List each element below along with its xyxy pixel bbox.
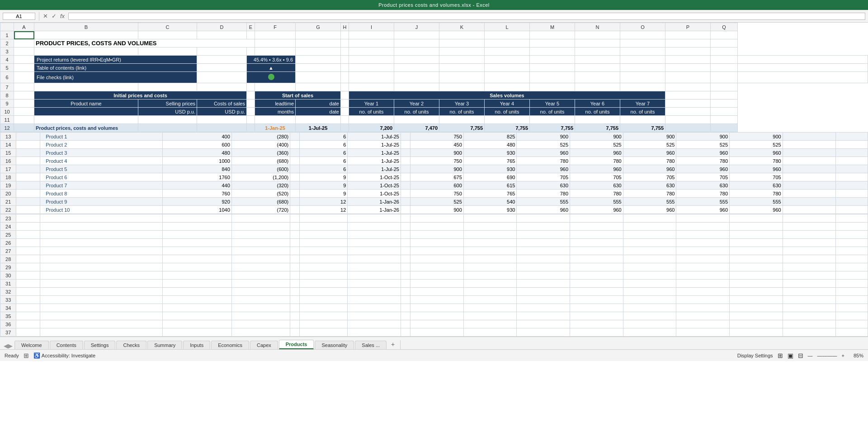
cell-i1[interactable] — [349, 31, 394, 39]
y4-14[interactable]: 525 — [570, 141, 623, 149]
col-header-o[interactable]: O — [620, 23, 665, 31]
date-14[interactable]: 1-Jul-25 — [348, 141, 401, 149]
cost-19[interactable]: (320) — [231, 181, 290, 190]
col-header-d[interactable]: D — [197, 23, 247, 31]
y6-21[interactable]: 555 — [676, 198, 730, 206]
tab-nav-left[interactable]: ◀ — [4, 342, 8, 349]
leadtime-18[interactable]: 9 — [300, 173, 348, 181]
y6-22[interactable]: 960 — [676, 206, 730, 214]
col-header-p[interactable]: P — [665, 23, 711, 31]
y2-17[interactable]: 930 — [463, 165, 517, 173]
zoom-slider[interactable]: ———— — [817, 353, 837, 358]
y5-17[interactable]: 960 — [623, 165, 676, 173]
sheet-tab-checks[interactable]: Checks — [116, 341, 146, 349]
cell-g2[interactable] — [296, 39, 341, 48]
summary-y7[interactable]: 7,755 — [620, 124, 665, 132]
spreadsheet-scroll-area[interactable]: A B C D E F G H I J K L M N O P Q — [0, 23, 868, 337]
y3-20[interactable]: 780 — [517, 190, 570, 198]
toc-arrow[interactable]: ▲ — [247, 64, 296, 72]
y7-21[interactable]: 555 — [730, 198, 783, 206]
sell-price-22[interactable]: 1040 — [162, 206, 231, 214]
cell-p2[interactable] — [665, 39, 711, 48]
cost-16[interactable]: (680) — [231, 157, 290, 165]
cell-i2[interactable] — [349, 39, 394, 48]
cell-f1[interactable] — [255, 31, 296, 39]
y4-17[interactable]: 960 — [570, 165, 623, 173]
y6-18[interactable]: 705 — [676, 173, 730, 181]
y3-21[interactable]: 555 — [517, 198, 570, 206]
cost-15[interactable]: (360) — [231, 149, 290, 157]
project-returns-label[interactable]: Project returns (levered IRR•EqM•GR) — [34, 56, 197, 64]
y7-13[interactable]: 900 — [730, 133, 783, 141]
y4-13[interactable]: 900 — [570, 133, 623, 141]
cost-21[interactable]: (680) — [231, 198, 290, 206]
col-header-g[interactable]: G — [296, 23, 341, 31]
y5-21[interactable]: 555 — [623, 198, 676, 206]
y7-22[interactable]: 960 — [730, 206, 783, 214]
cell-b2 title-cell bold-title bold[interactable]: PRODUCT PRICES, COSTS AND VOLUMES — [34, 39, 255, 48]
page-layout-icon[interactable]: ▣ — [788, 352, 793, 359]
zoom-out-button[interactable]: — — [808, 353, 813, 358]
cell-n2[interactable] — [575, 39, 620, 48]
cell-o1[interactable] — [620, 31, 665, 39]
col-header-m[interactable]: M — [530, 23, 575, 31]
summary-y6[interactable]: 7,755 — [575, 124, 620, 132]
y1-13[interactable]: 750 — [410, 133, 464, 141]
y2-14[interactable]: 480 — [463, 141, 517, 149]
y2-20[interactable]: 765 — [463, 190, 517, 198]
y4-19[interactable]: 630 — [570, 181, 623, 190]
product-name-17[interactable]: Product 5 — [40, 165, 163, 173]
y4-16[interactable]: 780 — [570, 157, 623, 165]
y2-15[interactable]: 930 — [463, 149, 517, 157]
cell-j1[interactable] — [394, 31, 439, 39]
sell-price-18[interactable]: 1760 — [162, 173, 231, 181]
y2-22[interactable]: 930 — [463, 206, 517, 214]
cell-q2[interactable] — [711, 39, 738, 48]
y6-17[interactable]: 960 — [676, 165, 730, 173]
cell-l1[interactable] — [485, 31, 530, 39]
col-header-f[interactable]: F — [255, 23, 296, 31]
y7-15[interactable]: 960 — [730, 149, 783, 157]
date-13[interactable]: 1-Jul-25 — [348, 133, 401, 141]
cell-k1[interactable] — [439, 31, 485, 39]
normal-view-icon[interactable]: ⊞ — [778, 352, 783, 359]
y5-19[interactable]: 630 — [623, 181, 676, 190]
cell-e1[interactable] — [247, 31, 255, 39]
summary-y2[interactable]: 7,470 — [394, 124, 439, 132]
cell-p1[interactable] — [665, 31, 711, 39]
cell-g1[interactable] — [296, 31, 341, 39]
date-20[interactable]: 1-Oct-25 — [348, 190, 401, 198]
product-name-16[interactable]: Product 4 — [40, 157, 163, 165]
file-checks-dot[interactable] — [247, 72, 296, 83]
sell-price-15[interactable]: 480 — [162, 149, 231, 157]
summary-start-date[interactable]: 1-Jan-25 — [255, 124, 296, 132]
cell-c1[interactable] — [138, 31, 197, 39]
summary-y3[interactable]: 7,755 — [439, 124, 485, 132]
zoom-in-button[interactable]: + — [842, 353, 844, 358]
col-header-l[interactable]: L — [485, 23, 530, 31]
product-name-15[interactable]: Product 3 — [40, 149, 163, 157]
file-checks-label[interactable]: File checks (link) — [34, 72, 197, 83]
sell-price-14[interactable]: 600 — [162, 141, 231, 149]
y6-20[interactable]: 780 — [676, 190, 730, 198]
y3-15[interactable]: 960 — [517, 149, 570, 157]
product-name-13[interactable]: Product 1 — [40, 133, 163, 141]
page-break-icon[interactable]: ⊟ — [798, 352, 803, 359]
product-name-21[interactable]: Product 9 — [40, 198, 163, 206]
sheet-tab-sales----[interactable]: Sales ... — [355, 341, 387, 349]
sell-price-17[interactable]: 840 — [162, 165, 231, 173]
cost-20[interactable]: (520) — [231, 190, 290, 198]
cancel-icon[interactable]: ✕ — [43, 13, 48, 19]
sell-price-13[interactable]: 400 — [162, 133, 231, 141]
y7-20[interactable]: 780 — [730, 190, 783, 198]
cell-n1[interactable] — [575, 31, 620, 39]
y4-18[interactable]: 705 — [570, 173, 623, 181]
cost-22[interactable]: (720) — [231, 206, 290, 214]
date-19[interactable]: 1-Oct-25 — [348, 181, 401, 190]
y7-17[interactable]: 960 — [730, 165, 783, 173]
summary-y5[interactable]: 7,755 — [530, 124, 575, 132]
summary-label[interactable]: Product prices, costs and volumes — [34, 124, 138, 132]
date-15[interactable]: 1-Jul-25 — [348, 149, 401, 157]
y1-22[interactable]: 900 — [410, 206, 464, 214]
y7-14[interactable]: 525 — [730, 141, 783, 149]
